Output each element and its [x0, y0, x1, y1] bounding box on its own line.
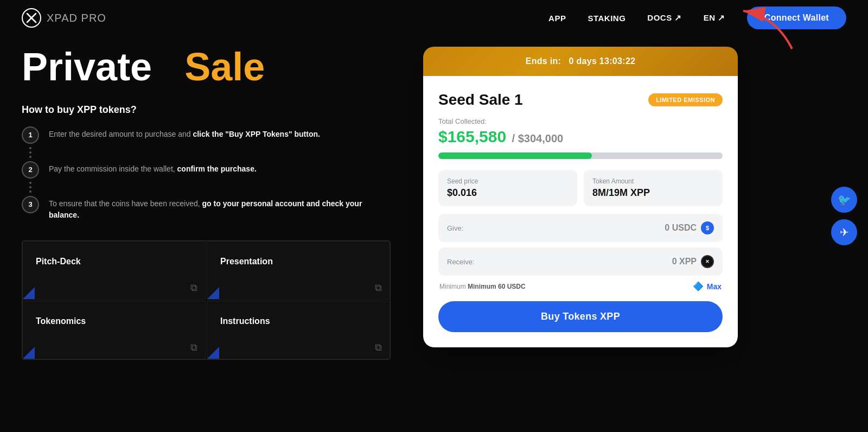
- external-link-icon: ⧉: [190, 342, 197, 353]
- step-1: 1 Enter the desired amount to purchase a…: [22, 126, 391, 161]
- card-title: Instructions: [220, 316, 376, 326]
- step-2-num: 2: [22, 161, 39, 179]
- receive-value: 0 XPP ✕: [672, 255, 714, 268]
- nav-app[interactable]: APP: [548, 14, 566, 23]
- xpad-logo-icon: [22, 8, 41, 28]
- page-title: Private Sale: [22, 47, 391, 88]
- card-corner-icon: [23, 287, 35, 299]
- usdc-icon: $: [701, 221, 714, 234]
- receive-row[interactable]: Receive: 0 XPP ✕: [438, 247, 723, 276]
- logo: XPAD PRO: [22, 8, 106, 28]
- card-corner-icon: [23, 347, 35, 359]
- instructions-card[interactable]: Instructions ⧉: [207, 301, 390, 359]
- resource-cards: Pitch-Deck ⧉ Presentation ⧉ Tokenomics ⧉…: [22, 240, 391, 360]
- nav-docs[interactable]: DOCS ↗: [647, 13, 682, 23]
- token-amount-box: Token Amount 8M/19M XPP: [584, 170, 723, 206]
- total-collected-value: $165,580: [438, 128, 506, 145]
- give-row[interactable]: Give: 0 USDC $: [438, 214, 723, 242]
- tokenomics-card[interactable]: Tokenomics ⧉: [22, 301, 206, 359]
- step-1-num: 1: [22, 126, 39, 144]
- card-title: Pitch-Deck: [36, 257, 192, 266]
- step-2-left: 2: [22, 161, 39, 196]
- seed-price-label: Seed price: [447, 177, 569, 185]
- main-content: Private Sale How to buy XPP tokens? 1 En…: [0, 36, 868, 360]
- give-value: 0 USDC $: [665, 221, 714, 234]
- external-link-icon: ⧉: [190, 282, 197, 294]
- header: XPAD PRO APP STAKING DOCS ↗ EN ↗ Connect…: [0, 0, 868, 36]
- token-amount-label: Token Amount: [592, 177, 714, 185]
- sale-container: Ends in: 0 days 13:03:22 Seed Sale 1 LIM…: [423, 47, 738, 347]
- step-2-dots: [29, 179, 31, 196]
- total-max-value: / $304,000: [512, 132, 564, 144]
- seed-price-box: Seed price $0.016: [438, 170, 577, 206]
- progress-fill: [438, 153, 592, 159]
- twitter-icon: 🐦: [838, 193, 851, 206]
- step-2-text: Pay the commission inside the wallet, co…: [49, 161, 257, 175]
- step-1-dots: [29, 144, 31, 161]
- xpp-icon: ✕: [701, 255, 714, 268]
- nav-staking[interactable]: STAKING: [588, 14, 626, 23]
- limited-emission-badge: LIMITED EMISSION: [648, 93, 723, 106]
- dot: [29, 190, 31, 193]
- max-icon: 🔷: [693, 281, 704, 291]
- how-to-title: How to buy XPP tokens?: [22, 104, 391, 116]
- step-3-text: To ensure that the coins have been recei…: [49, 196, 391, 221]
- connect-wallet-button[interactable]: Connect Wallet: [747, 7, 846, 29]
- step-1-text: Enter the desired amount to purchase and…: [49, 126, 320, 140]
- step-1-left: 1: [22, 126, 39, 161]
- main-nav: APP STAKING DOCS ↗ EN ↗ Connect Wallet: [548, 7, 846, 29]
- seed-price-value: $0.016: [447, 187, 569, 199]
- dot: [29, 186, 31, 188]
- title-white: Private: [22, 45, 152, 88]
- card-title: Presentation: [220, 257, 376, 266]
- total-collected-label: Total Collected:: [438, 117, 723, 125]
- step-3-left: 3: [22, 196, 39, 213]
- dot: [29, 156, 31, 158]
- step-2: 2 Pay the commission inside the wallet, …: [22, 161, 391, 196]
- card-corner-icon: [207, 287, 219, 299]
- sale-title: Seed Sale 1: [438, 91, 523, 109]
- external-link-icon: ⧉: [375, 342, 382, 353]
- give-label: Give:: [447, 224, 463, 232]
- receive-label: Receive:: [447, 258, 475, 266]
- sale-countdown-header: Ends in: 0 days 13:03:22: [423, 47, 738, 76]
- twitter-button[interactable]: 🐦: [831, 187, 857, 213]
- countdown-value: 0 days 13:03:22: [569, 56, 635, 66]
- total-collected-row: $165,580 / $304,000: [438, 128, 723, 146]
- logo-text: XPAD PRO: [47, 12, 106, 24]
- dot: [29, 151, 31, 154]
- countdown-label: Ends in:: [526, 56, 561, 66]
- logo-name: XPAD: [47, 12, 78, 24]
- telegram-icon: ✈: [840, 226, 849, 239]
- right-section: Ends in: 0 days 13:03:22 Seed Sale 1 LIM…: [423, 47, 738, 347]
- social-buttons: 🐦 ✈: [831, 187, 857, 245]
- sale-body: Seed Sale 1 LIMITED EMISSION Total Colle…: [423, 76, 738, 347]
- sale-title-row: Seed Sale 1 LIMITED EMISSION: [438, 91, 723, 109]
- telegram-button[interactable]: ✈: [831, 219, 857, 245]
- minimum-text: Minimum Minimum 60 USDC: [439, 283, 526, 290]
- step-3: 3 To ensure that the coins have been rec…: [22, 196, 391, 221]
- max-button[interactable]: 🔷 Max: [693, 281, 722, 291]
- card-corner-icon: [207, 347, 219, 359]
- external-link-icon: ⧉: [375, 282, 382, 294]
- title-gold: Sale: [184, 45, 265, 88]
- token-amount-value: 8M/19M XPP: [592, 187, 714, 199]
- steps-list: 1 Enter the desired amount to purchase a…: [22, 126, 391, 221]
- nav-lang[interactable]: EN ↗: [704, 13, 725, 23]
- buy-tokens-button[interactable]: Buy Tokens XPP: [438, 301, 723, 332]
- progress-bar: [438, 153, 723, 159]
- card-title: Tokenomics: [36, 316, 192, 326]
- dot: [29, 182, 31, 184]
- presentation-card[interactable]: Presentation ⧉: [207, 241, 390, 300]
- pitch-deck-card[interactable]: Pitch-Deck ⧉: [22, 241, 206, 300]
- min-max-row: Minimum Minimum 60 USDC 🔷 Max: [438, 281, 723, 291]
- info-grid: Seed price $0.016 Token Amount 8M/19M XP…: [438, 170, 723, 206]
- dot: [29, 147, 31, 149]
- logo-sub: PRO: [81, 12, 106, 24]
- left-section: Private Sale How to buy XPP tokens? 1 En…: [22, 47, 391, 360]
- step-3-num: 3: [22, 196, 39, 213]
